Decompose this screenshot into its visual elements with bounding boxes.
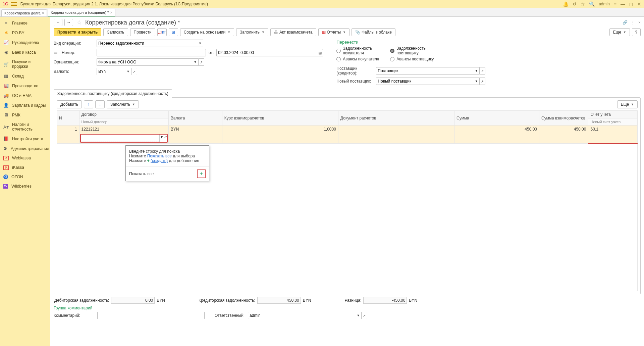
open-ref-icon[interactable]: ↗ [479, 78, 485, 85]
link-icon[interactable]: 🔗 [623, 20, 628, 25]
sidebar-item-main[interactable]: ≡Главное [0, 18, 50, 28]
open-ref-icon[interactable]: ↗ [198, 58, 204, 66]
open-ref-icon[interactable]: ↗ [479, 67, 485, 75]
sidebar-item-ikassa[interactable]: iKiKassa [0, 163, 50, 172]
col-contract[interactable]: Договор [79, 111, 168, 118]
supplier-select[interactable]: ▼ ↗ [376, 67, 485, 75]
new-supplier-select[interactable]: ▼ ↗ [376, 78, 485, 85]
table-row[interactable]: 1 12212121 BYN 1,0000 450,00 450,00 60.1 [57, 126, 638, 133]
move-down-button[interactable]: ↓ [95, 100, 105, 108]
col-sum-settle[interactable]: Сумма взаиморасчетов [539, 111, 588, 126]
calendar-icon[interactable]: ▦ [317, 49, 323, 56]
sidebar-item-production[interactable]: 🏭Производство [0, 81, 50, 91]
sidebar-item-assets[interactable]: 🚚ОС и НМА [0, 91, 50, 100]
sidebar-item-rmk[interactable]: 🖥РМК [0, 110, 50, 120]
record-button[interactable]: Записать [103, 28, 128, 36]
minimize-icon[interactable]: — [621, 1, 625, 7]
maximize-icon[interactable]: ◻ [629, 1, 633, 7]
show-all-footer-link[interactable]: Показать все [129, 171, 154, 176]
radio-supplier-debt[interactable]: Задолженность поставщику [390, 46, 447, 55]
create-based-button[interactable]: Создать на основании▼ [180, 28, 234, 36]
sidebar-item-trade[interactable]: 🛒Покупки и продажи [0, 57, 50, 71]
post-and-close-button[interactable]: Провести и закрыть [54, 28, 101, 36]
settings-icon[interactable]: ≡ [614, 1, 616, 7]
user-label[interactable]: admin [599, 2, 610, 6]
number-input[interactable] [97, 49, 206, 56]
close-icon[interactable]: × [42, 11, 44, 15]
close-icon[interactable]: × [110, 10, 112, 14]
new-contract-input[interactable] [81, 135, 159, 142]
org-select[interactable]: ▼ ↗ [97, 58, 204, 66]
post-button[interactable]: Провести [130, 28, 155, 36]
col-rate[interactable]: Курс взаиморасчетов [222, 111, 338, 126]
kebab-icon[interactable]: ⋮ [631, 20, 635, 25]
grid-fill-button[interactable]: Заполнить▼ [107, 100, 139, 108]
cell-contract[interactable]: 12212121 [79, 126, 168, 133]
sidebar-item-poby[interactable]: ✱PO.BY [0, 28, 50, 38]
cell-rate[interactable]: 1,0000 [222, 126, 338, 144]
tab-item[interactable]: Корректировка долга × [1, 9, 47, 16]
new-supplier-input[interactable] [376, 78, 473, 85]
sidebar-item-ozon[interactable]: OOZON [0, 172, 50, 182]
search-icon[interactable]: 🔍 [589, 1, 595, 7]
col-new-contract[interactable]: Новый договор [79, 118, 168, 126]
cell-sum[interactable]: 450,00 [454, 126, 539, 144]
close-page-icon[interactable]: × [638, 20, 641, 25]
fill-button[interactable]: Заполнить▼ [236, 28, 268, 36]
chevron-down-icon[interactable]: ▼ [159, 135, 164, 142]
col-n[interactable]: N [57, 111, 79, 126]
radio-supplier-adv[interactable]: Авансы поставщику [390, 57, 447, 61]
currency-input[interactable] [97, 68, 125, 75]
star-icon[interactable]: ☆ [581, 1, 585, 7]
back-button[interactable]: ← [54, 19, 62, 26]
favorite-icon[interactable]: ☆ [76, 19, 82, 26]
date-input[interactable] [216, 49, 317, 56]
chevron-down-icon[interactable]: ▼ [192, 58, 198, 66]
supplier-input[interactable] [376, 67, 473, 75]
sidebar-item-wildberries[interactable]: WWildberries [0, 182, 50, 191]
grid-more-button[interactable]: Еще▼ [617, 100, 638, 108]
col-currency[interactable]: Валюта [168, 111, 222, 126]
reports-button[interactable]: ▦Отчеты▼ [318, 28, 350, 36]
chevron-down-icon[interactable]: ▼ [473, 78, 479, 85]
cell-account[interactable]: 60.1 [588, 126, 638, 133]
open-ref-icon[interactable]: ↗ [164, 135, 167, 142]
col-new-account[interactable]: Новый счет учета [588, 118, 638, 126]
comment-input[interactable] [97, 312, 205, 319]
sidebar-item-stock[interactable]: ▦Склад [0, 71, 50, 81]
col-doc[interactable]: Документ расчетов [338, 111, 454, 126]
act-button[interactable]: 🖶Акт взаимозачета [270, 28, 316, 36]
chevron-down-icon[interactable]: ▼ [355, 312, 361, 319]
open-ref-icon[interactable]: ↗ [361, 312, 367, 319]
currency-select[interactable]: ▼ ↗ [97, 68, 137, 75]
dt-kt-button[interactable]: ДтКт [157, 28, 167, 36]
show-all-link[interactable]: Показать все [147, 154, 172, 158]
cell-currency[interactable]: BYN [168, 126, 222, 144]
sidebar-item-settings[interactable]: 📕Настройки учета [0, 134, 50, 144]
open-ref-icon[interactable]: ↗ [131, 68, 137, 75]
structure-button[interactable]: ⊞ [169, 28, 178, 36]
sidebar-item-webkassa[interactable]: ₮Webkassa [0, 153, 50, 163]
close-window-icon[interactable]: ✕ [637, 1, 641, 7]
cloud-files-button[interactable]: 📎Файлы в облаке [352, 28, 395, 36]
more-button[interactable]: Еще▼ [609, 28, 630, 36]
create-link[interactable]: (создать) [151, 158, 168, 163]
cell-doc[interactable] [338, 126, 454, 144]
chevron-down-icon[interactable]: ▼ [473, 67, 479, 75]
responsible-input[interactable] [248, 312, 355, 319]
cell-sum-settle[interactable]: 450,00 [539, 126, 588, 144]
op-type-input[interactable] [97, 40, 197, 47]
help-button[interactable]: ? [632, 28, 641, 36]
menu-burger-icon[interactable] [11, 2, 17, 6]
chevron-down-icon[interactable]: ▼ [125, 68, 131, 75]
org-input[interactable] [97, 58, 192, 66]
tab-item[interactable]: Корректировка долга (создание) * × [48, 9, 115, 16]
sidebar-item-hr[interactable]: 👤Зарплата и кадры [0, 100, 50, 110]
chevron-down-icon[interactable]: ▼ [197, 40, 203, 47]
subtab-debt[interactable]: Задолженность поставщику (кредиторская з… [54, 89, 172, 98]
bell-icon[interactable]: 🔔 [563, 1, 569, 7]
add-row-button[interactable]: Добавить [57, 100, 82, 108]
sidebar-item-bank[interactable]: ◉Банк и касса [0, 47, 50, 57]
history-icon[interactable]: ↺ [573, 1, 577, 7]
create-new-button[interactable]: + [197, 169, 206, 178]
